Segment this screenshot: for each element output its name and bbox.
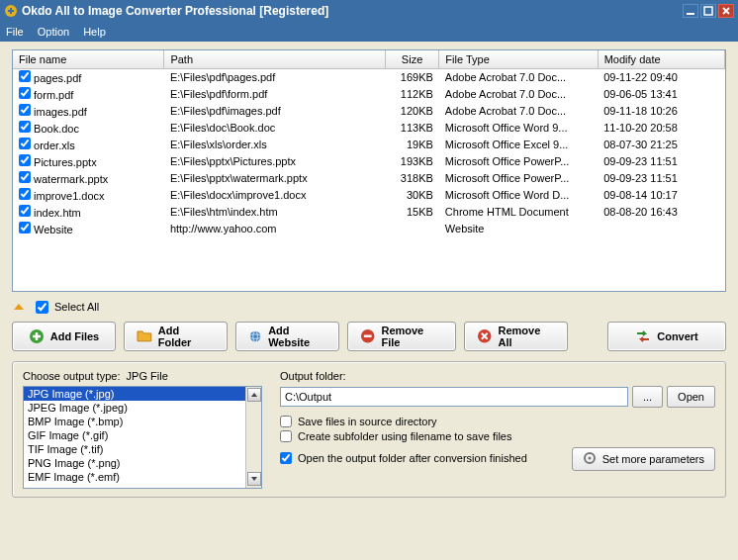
list-item[interactable]: JPG Image (*.jpg) (24, 387, 261, 401)
table-row[interactable]: Pictures.pptxE:\Files\pptx\Pictures.pptx… (13, 152, 725, 169)
select-all-label[interactable]: Select All (54, 301, 99, 313)
table-row[interactable]: index.htmE:\Files\htm\index.htm15KBChrom… (13, 203, 725, 220)
app-icon (4, 4, 18, 18)
set-more-parameters-button[interactable]: Set more parameters (572, 447, 715, 471)
minus-icon (360, 328, 375, 344)
table-row[interactable]: improve1.docxE:\Files\docx\improve1.docx… (13, 186, 725, 203)
col-header-path[interactable]: Path (164, 50, 385, 68)
output-folder-label: Output folder: (280, 370, 715, 382)
save-in-source-label: Save files in source directory (298, 416, 437, 427)
svg-point-12 (588, 457, 591, 460)
menubar: File Option Help (0, 22, 738, 42)
remove-file-button[interactable]: Remove File (347, 322, 456, 351)
col-header-date[interactable]: Modify date (598, 50, 724, 68)
table-row[interactable]: Websitehttp://www.yahoo.comWebsite (13, 220, 725, 236)
scroll-down-icon[interactable] (247, 472, 261, 486)
menu-option[interactable]: Option (38, 26, 69, 38)
row-checkbox[interactable] (19, 205, 31, 217)
maximize-button[interactable] (700, 4, 716, 18)
menu-file[interactable]: File (6, 26, 24, 38)
svg-point-6 (250, 331, 261, 342)
row-checkbox[interactable] (19, 171, 31, 183)
output-folder-input[interactable] (280, 387, 628, 407)
select-all-checkbox[interactable] (36, 301, 48, 314)
list-item[interactable]: EMF Image (*.emf) (24, 470, 261, 484)
list-item[interactable]: TIF Image (*.tif) (24, 442, 261, 456)
col-header-size[interactable]: Size (385, 50, 439, 68)
table-row[interactable]: watermark.pptxE:\Files\pptx\watermark.pp… (13, 169, 725, 186)
folder-icon (137, 328, 152, 344)
table-row[interactable]: images.pdfE:\Files\pdf\images.pdf120KBAd… (13, 102, 725, 119)
convert-icon (635, 328, 651, 344)
plus-icon (29, 328, 45, 344)
row-checkbox[interactable] (19, 104, 31, 116)
browse-button[interactable]: ... (632, 386, 663, 408)
window-title: Okdo All to Image Converter Professional… (22, 4, 683, 18)
svg-rect-1 (687, 13, 694, 15)
save-in-source-checkbox[interactable] (280, 416, 292, 427)
row-checkbox[interactable] (19, 222, 31, 233)
output-type-list[interactable]: JPG Image (*.jpg)JPEG Image (*.jpeg)BMP … (23, 386, 262, 489)
x-icon (477, 328, 492, 344)
row-checkbox[interactable] (19, 154, 31, 166)
scroll-up-icon[interactable] (247, 388, 261, 402)
remove-all-button[interactable]: Remove All (464, 322, 568, 351)
gear-icon (583, 451, 597, 467)
add-folder-button[interactable]: Add Folder (124, 322, 228, 351)
up-arrow-icon (12, 300, 26, 314)
globe-icon (248, 328, 262, 344)
open-after-checkbox[interactable] (280, 452, 292, 464)
create-subfolder-checkbox[interactable] (280, 430, 292, 442)
svg-rect-2 (704, 7, 712, 15)
col-header-name[interactable]: File name (13, 50, 164, 68)
row-checkbox[interactable] (19, 138, 31, 149)
row-checkbox[interactable] (19, 87, 31, 99)
titlebar: Okdo All to Image Converter Professional… (0, 0, 738, 22)
add-files-button[interactable]: Add Files (12, 322, 116, 351)
table-row[interactable]: Book.docE:\Files\doc\Book.doc113KBMicros… (13, 119, 725, 136)
close-button[interactable] (718, 4, 734, 18)
output-panel: Choose output type: JPG File JPG Image (… (12, 361, 726, 498)
choose-output-label: Choose output type: JPG File (23, 370, 262, 382)
scrollbar[interactable] (245, 387, 261, 488)
create-subfolder-label: Create subfolder using filename to save … (298, 430, 511, 442)
table-row[interactable]: pages.pdfE:\Files\pdf\pages.pdf169KBAdob… (13, 68, 725, 85)
convert-button[interactable]: Convert (607, 322, 726, 351)
row-checkbox[interactable] (19, 188, 31, 200)
open-after-label: Open the output folder after conversion … (298, 452, 527, 464)
list-item[interactable]: BMP Image (*.bmp) (24, 415, 261, 428)
row-checkbox[interactable] (19, 70, 31, 82)
add-website-button[interactable]: Add Website (235, 322, 339, 351)
minimize-button[interactable] (683, 4, 698, 18)
list-item[interactable]: PNG Image (*.png) (24, 456, 261, 470)
list-item[interactable]: GIF Image (*.gif) (24, 428, 261, 442)
file-list[interactable]: File name Path Size File Type Modify dat… (12, 49, 726, 292)
open-button[interactable]: Open (667, 386, 715, 408)
table-row[interactable]: order.xlsE:\Files\xls\order.xls19KBMicro… (13, 136, 725, 152)
table-row[interactable]: form.pdfE:\Files\pdf\form.pdf112KBAdobe … (13, 85, 725, 102)
list-item[interactable]: JPEG Image (*.jpeg) (24, 401, 261, 415)
row-checkbox[interactable] (19, 121, 31, 133)
col-header-type[interactable]: File Type (439, 50, 598, 68)
menu-help[interactable]: Help (83, 26, 106, 38)
